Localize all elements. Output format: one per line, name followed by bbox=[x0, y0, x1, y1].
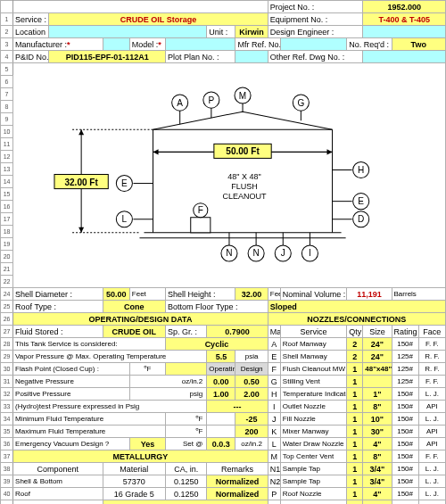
unit-value: Kirwin bbox=[235, 26, 268, 38]
dim-width: 50.00 Ft bbox=[226, 146, 260, 156]
svg-text:CLEANOUT: CLEANOUT bbox=[223, 192, 268, 201]
shell-h-label: Shell Height : bbox=[166, 288, 235, 301]
roof-type: Cone bbox=[103, 301, 165, 313]
mfr-ref-label: Mfr Ref. No. :* bbox=[235, 38, 280, 51]
other-ref-label: Other Ref. Dwg No. : bbox=[268, 51, 363, 63]
project-no: 1952.000 bbox=[363, 1, 446, 13]
roof-type-label: Roof Type : bbox=[13, 301, 103, 313]
service-label: Service : bbox=[13, 13, 49, 26]
col-mark: Mark bbox=[268, 326, 280, 338]
shell-dia-label: Shell Diameter : bbox=[13, 288, 103, 301]
location-label: Location : bbox=[13, 26, 49, 38]
shell-dia: 50.00 bbox=[103, 288, 129, 301]
svg-text:E: E bbox=[358, 196, 364, 206]
design-eng-label: Design Engineer : bbox=[268, 26, 363, 38]
band-operating: OPERATING/DESIGN DATA bbox=[13, 313, 268, 326]
svg-text:G: G bbox=[298, 98, 305, 108]
plotplan-label: Plot Plan No. : bbox=[166, 51, 235, 63]
svg-text:L: L bbox=[122, 214, 128, 224]
nom-vol: 11,191 bbox=[347, 288, 392, 301]
model-label: Model :* bbox=[129, 38, 165, 51]
svg-text:P: P bbox=[209, 95, 215, 105]
unit-label: Unit : bbox=[207, 26, 235, 38]
bottom-floor: Sloped bbox=[268, 301, 445, 313]
svg-text:M: M bbox=[239, 91, 246, 101]
fluid-label: Fluid Stored : bbox=[13, 326, 103, 338]
no-reqd: Two bbox=[392, 38, 445, 51]
service-value: CRUDE OIL Storage bbox=[49, 13, 268, 26]
col-face: Face bbox=[418, 326, 445, 338]
node-F: F bbox=[194, 203, 208, 218]
col-rating: Rating bbox=[392, 326, 418, 338]
svg-text:E: E bbox=[121, 178, 128, 188]
no-reqd-label: No. Req'd : bbox=[347, 38, 392, 51]
svg-rect-6 bbox=[191, 218, 211, 233]
band-nozzles: NOZZLES/CONNECTIONS bbox=[268, 313, 445, 326]
svg-text:48" X 48": 48" X 48" bbox=[227, 172, 261, 181]
equipment-no: T-400 & T-405 bbox=[363, 13, 446, 26]
bottom-floor-label: Bottom Floor Type : bbox=[166, 301, 268, 313]
svg-text:N: N bbox=[226, 248, 232, 258]
col-size: Size bbox=[363, 326, 392, 338]
manufacturer-label: Manufacturer :* bbox=[13, 38, 103, 51]
svg-text:D: D bbox=[358, 214, 364, 224]
svg-text:N: N bbox=[253, 248, 260, 258]
tank-diagram: 50.00 Ft 32.00 Ft 48" X 48" FLUSH CLEANO… bbox=[13, 63, 446, 288]
band-metallurgy: METALLURGY bbox=[13, 450, 268, 463]
equipment-no-label: Equipment No. : bbox=[268, 13, 363, 26]
pid-label: P&ID No. : bbox=[13, 51, 49, 63]
col-service: Service bbox=[280, 326, 346, 338]
spgr: 0.7900 bbox=[207, 326, 268, 338]
svg-text:I: I bbox=[309, 248, 311, 258]
spgr-label: Sp. Gr. : bbox=[166, 326, 207, 338]
svg-text:A: A bbox=[177, 98, 183, 108]
svg-text:H: H bbox=[358, 165, 364, 175]
svg-text:F: F bbox=[198, 205, 203, 215]
project-no-label: Project No. : bbox=[268, 1, 363, 13]
nom-vol-label: Nominal Volume : bbox=[280, 288, 346, 301]
fluid: CRUDE OIL bbox=[103, 326, 165, 338]
svg-text:FLUSH: FLUSH bbox=[231, 182, 258, 191]
svg-text:J: J bbox=[281, 248, 285, 258]
shell-h: 32.00 bbox=[235, 288, 268, 301]
pid-value: PID115-EPF-01-112A1 bbox=[49, 51, 166, 63]
spec-sheet: Project No. : 1952.000 1 Service : CRUDE… bbox=[0, 0, 446, 504]
col-qty: Qty bbox=[347, 326, 363, 338]
dim-height: 32.00 Ft bbox=[65, 178, 99, 187]
